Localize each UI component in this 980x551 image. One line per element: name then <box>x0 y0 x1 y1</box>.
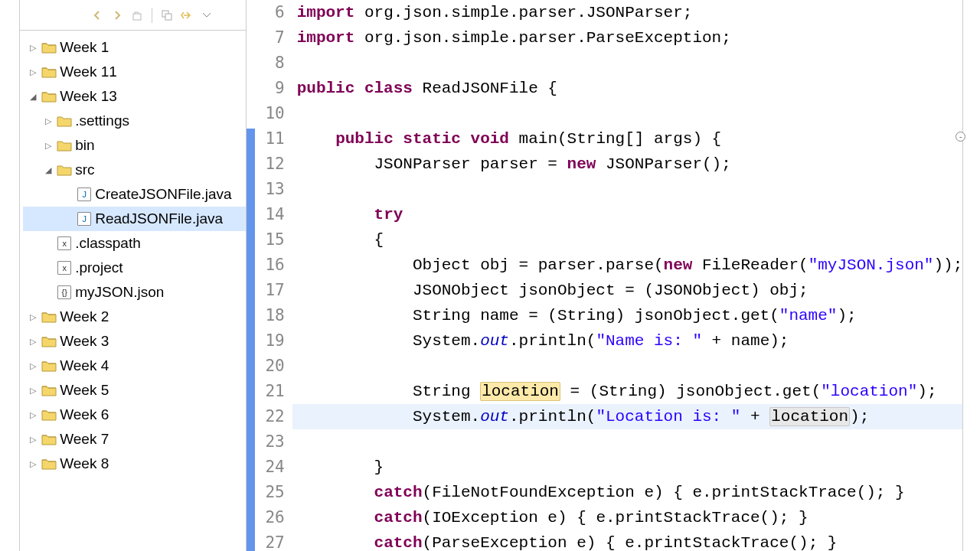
tree-item-week-4[interactable]: ▷Week 4 <box>23 354 246 378</box>
code-lines[interactable]: import org.json.simple.parser.JSONParser… <box>292 0 963 551</box>
tree-item-label: Week 11 <box>60 64 117 80</box>
tree-item-week-3[interactable]: ▷Week 3 <box>23 329 246 354</box>
code-line-22[interactable]: System.out.println("Location is: " + loc… <box>292 404 963 429</box>
arrow-collapsed-icon[interactable]: ▷ <box>28 67 38 77</box>
arrow-collapsed-icon[interactable]: ▷ <box>28 410 38 420</box>
line-number: 18 <box>253 303 285 328</box>
view-menu-icon[interactable] <box>198 7 215 24</box>
code-line-9[interactable]: public class ReadJSONFile { <box>292 76 963 101</box>
java-file-icon: J <box>77 187 92 201</box>
arrow-collapsed-icon[interactable]: ▷ <box>43 116 54 126</box>
svg-rect-2 <box>165 14 172 20</box>
left-margin-panel <box>0 0 20 551</box>
tree-item-week-6[interactable]: ▷Week 6 <box>23 403 246 427</box>
code-line-8[interactable] <box>292 51 963 76</box>
forward-icon[interactable] <box>109 7 126 24</box>
code-token: "Location is: " <box>596 408 740 425</box>
tree-item-label: Week 8 <box>60 455 109 472</box>
code-line-19[interactable]: System.out.println("Name is: " + name); <box>292 328 963 354</box>
code-token: FileReader( <box>702 256 808 274</box>
up-icon[interactable] <box>129 7 145 24</box>
collapse-all-icon[interactable] <box>158 7 175 24</box>
code-editor[interactable]: - 67891011121314151617181920212223242526… <box>247 0 963 551</box>
code-token: )); <box>933 256 962 274</box>
code-line-21[interactable]: String location = (String) jsonObject.ge… <box>292 379 963 404</box>
tree-item-bin[interactable]: ▷bin <box>23 133 246 158</box>
folder-icon <box>57 114 72 128</box>
code-line-20[interactable] <box>292 354 963 379</box>
code-line-7[interactable]: import org.json.simple.parser.ParseExcep… <box>292 25 963 51</box>
arrow-collapsed-icon[interactable]: ▷ <box>28 312 38 322</box>
tree-item-week-7[interactable]: ▷Week 7 <box>23 427 246 452</box>
arrow-expanded-icon[interactable]: ◢ <box>43 165 54 175</box>
tree-item-label: Week 1 <box>60 39 109 56</box>
code-token: "name" <box>779 307 838 324</box>
arrow-collapsed-icon[interactable]: ▷ <box>28 386 38 396</box>
tree-item--classpath[interactable]: x.classpath <box>23 231 246 256</box>
line-number: 25 <box>253 480 285 505</box>
tree-item-label: src <box>75 161 94 178</box>
code-token: .println( <box>509 408 596 425</box>
back-icon[interactable] <box>89 7 106 24</box>
project-explorer: ▷Week 1▷Week 11◢Week 13▷.settings▷bin◢sr… <box>20 0 247 551</box>
code-line-18[interactable]: String name = (String) jsonObject.get("n… <box>292 303 963 328</box>
code-line-11[interactable]: public static void main(String[] args) { <box>292 126 963 152</box>
project-tree[interactable]: ▷Week 1▷Week 11◢Week 13▷.settings▷bin◢sr… <box>20 31 246 551</box>
tree-item-label: Week 7 <box>60 431 109 448</box>
tree-item-week-5[interactable]: ▷Week 5 <box>23 378 246 403</box>
code-token: org.json.simple.parser.JSONParser; <box>364 4 692 21</box>
tree-item--settings[interactable]: ▷.settings <box>23 109 246 133</box>
code-token <box>297 130 335 148</box>
code-token: + name); <box>702 332 789 350</box>
code-area[interactable]: import org.json.simple.parser.JSONParser… <box>292 0 963 551</box>
tree-item-label: Week 5 <box>60 382 109 399</box>
code-line-14[interactable]: try <box>292 202 963 227</box>
code-line-12[interactable]: JSONParser parser = new JSONParser(); <box>292 152 963 177</box>
tree-item-createjsonfile-java[interactable]: JCreateJSONFile.java <box>23 182 246 207</box>
line-number: 11 <box>253 126 285 152</box>
tree-item-week-11[interactable]: ▷Week 11 <box>23 60 246 84</box>
code-line-6[interactable]: import org.json.simple.parser.JSONParser… <box>292 0 963 25</box>
code-line-24[interactable]: } <box>292 455 963 480</box>
arrow-collapsed-icon[interactable]: ▷ <box>28 459 38 469</box>
arrow-collapsed-icon[interactable]: ▷ <box>28 361 38 371</box>
xml-file-icon: x <box>57 261 72 275</box>
line-number: 10 <box>253 101 285 126</box>
code-line-16[interactable]: Object obj = parser.parse(new FileReader… <box>292 253 963 278</box>
code-token: public static void <box>335 130 518 148</box>
code-line-25[interactable]: catch(FileNotFoundException e) { e.print… <box>292 480 963 505</box>
code-line-26[interactable]: catch(IOException e) { e.printStackTrace… <box>292 505 963 530</box>
line-number: 20 <box>253 354 285 379</box>
tree-item-src[interactable]: ◢src <box>23 158 246 182</box>
tree-item--project[interactable]: x.project <box>23 256 246 280</box>
code-line-27[interactable]: catch(ParseException e) { e.printStackTr… <box>292 530 963 551</box>
tree-item-week-8[interactable]: ▷Week 8 <box>23 452 246 476</box>
code-line-23[interactable] <box>292 429 963 455</box>
svg-rect-0 <box>133 14 141 20</box>
line-number: 27 <box>253 530 285 551</box>
code-line-13[interactable] <box>292 177 963 202</box>
arrow-collapsed-icon[interactable]: ▷ <box>28 43 38 53</box>
right-margin-panel <box>962 0 980 551</box>
arrow-expanded-icon[interactable]: ◢ <box>28 92 38 102</box>
code-line-15[interactable]: { <box>292 227 963 253</box>
tree-item-readjsonfile-java[interactable]: JReadJSONFile.java <box>23 207 246 231</box>
code-token: import <box>297 29 364 47</box>
tree-item-week-2[interactable]: ▷Week 2 <box>23 305 246 329</box>
code-token: try <box>374 206 403 223</box>
tree-item-week-1[interactable]: ▷Week 1 <box>23 35 246 60</box>
arrow-collapsed-icon[interactable]: ▷ <box>28 435 38 445</box>
code-token: catch <box>374 509 423 527</box>
arrow-collapsed-icon[interactable]: ▷ <box>43 141 54 151</box>
tree-item-myjson-json[interactable]: {}myJSON.json <box>23 280 246 305</box>
project-folder-icon <box>41 457 57 471</box>
tree-item-week-13[interactable]: ◢Week 13 <box>23 84 246 109</box>
arrow-collapsed-icon[interactable]: ▷ <box>28 337 38 347</box>
line-number: 12 <box>253 152 285 177</box>
code-line-17[interactable]: JSONObject jsonObject = (JSONObject) obj… <box>292 278 963 303</box>
tree-item-label: Week 13 <box>60 88 117 105</box>
code-line-10[interactable] <box>292 101 963 126</box>
code-token <box>297 484 374 501</box>
link-editor-icon[interactable] <box>178 7 195 24</box>
tree-item-label: .classpath <box>75 235 141 252</box>
